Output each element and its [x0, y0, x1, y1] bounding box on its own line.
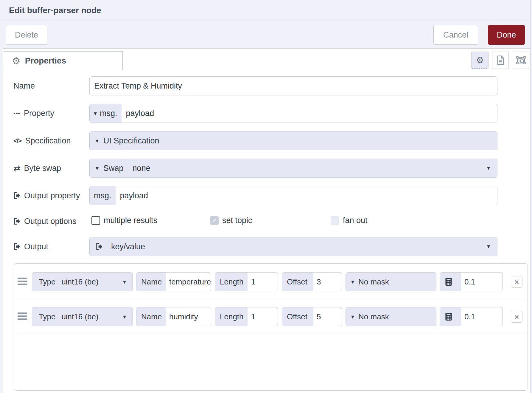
output-property-type: msg.: [90, 186, 116, 205]
edit-panel: ⚙ Properties ⚙ Na: [3, 49, 530, 393]
ellipsis-icon: •••: [13, 110, 20, 117]
byte-swap-label: ⇄ Byte swap: [13, 159, 88, 178]
sign-out-icon: [96, 243, 103, 250]
calculator-icon: [445, 312, 452, 321]
chevron-down-icon: ▾: [487, 243, 490, 249]
chevron-down-icon: ▾: [123, 279, 126, 285]
output-options-group: multiple results set topic fan out: [3, 212, 530, 231]
edit-description-button[interactable]: [492, 52, 509, 69]
byte-swap-select[interactable]: ▾ Swap none ▾: [89, 159, 497, 178]
item-name-input[interactable]: Name humidity: [136, 307, 211, 326]
chevron-down-icon: ▾: [351, 279, 354, 285]
item-mask-select[interactable]: ▾ No mask: [346, 307, 436, 326]
set-topic-option: set topic: [210, 216, 252, 225]
item-scale-value: 0.1: [461, 312, 475, 321]
item-name-input[interactable]: Name temperature: [136, 272, 211, 291]
item-offset-value: 3: [313, 277, 321, 287]
name-label: Name: [13, 76, 88, 95]
appearance-group-icon: [516, 55, 526, 65]
drag-handle-icon[interactable]: [18, 278, 27, 287]
item-length-value: 1: [248, 277, 255, 287]
chevron-down-icon: ▾: [94, 110, 97, 116]
specification-select[interactable]: ▾ UI Specification: [89, 131, 497, 150]
name-input[interactable]: Extract Temp & Humidity: [89, 76, 497, 95]
sign-out-icon: [13, 243, 21, 250]
name-value: Extract Temp & Humidity: [90, 77, 182, 95]
drag-handle-icon[interactable]: [18, 312, 27, 321]
item-type-select[interactable]: Type uint16 (be) ▾: [32, 307, 133, 326]
description-doc-icon: [497, 55, 504, 65]
item-length-input[interactable]: Length 1: [215, 272, 278, 291]
edit-node-dialog: Edit buffer-parser node Delete Cancel Do…: [3, 0, 531, 393]
output-property-label: Output property: [13, 186, 88, 205]
chevron-down-icon: ▾: [96, 138, 99, 144]
delete-button[interactable]: Delete: [6, 25, 47, 45]
item-scale-input[interactable]: 0.1: [440, 307, 503, 326]
cancel-button[interactable]: Cancel: [433, 25, 478, 45]
specification-value: UI Specification: [103, 136, 159, 146]
item-name-value: temperature: [166, 277, 211, 287]
set-topic-checkbox[interactable]: [210, 216, 219, 225]
swap-arrows-icon: ⇄: [13, 163, 20, 173]
property-label: ••• Property: [13, 104, 88, 123]
multiple-results-option: multiple results: [91, 216, 157, 225]
item-type-select[interactable]: Type uint16 (be) ▾: [32, 272, 133, 291]
close-icon: ×: [514, 278, 519, 286]
edit-appearance-button[interactable]: [513, 52, 529, 69]
byte-swap-prefix: Swap: [103, 164, 124, 173]
byte-swap-value: none: [133, 164, 150, 173]
tab-properties[interactable]: ⚙ Properties: [4, 51, 123, 70]
gear-icon: ⚙: [12, 56, 21, 66]
item-scale-value: 0.1: [461, 277, 475, 287]
output-value: key/value: [111, 242, 145, 251]
multiple-results-checkbox[interactable]: [91, 216, 100, 225]
chevron-down-icon: ▾: [123, 314, 126, 320]
dialog-header: Edit buffer-parser node: [3, 0, 530, 21]
dialog-title: Edit buffer-parser node: [9, 6, 101, 15]
chevron-down-icon: ▾: [487, 165, 490, 171]
sign-out-icon: [13, 192, 21, 199]
rules-list: Type uint16 (be) ▾ Name temperature Leng…: [14, 263, 528, 391]
calculator-icon: [445, 277, 452, 286]
remove-item-button[interactable]: ×: [511, 276, 522, 288]
fan-out-checkbox[interactable]: [331, 216, 339, 225]
dialog-action-bar: Delete Cancel Done: [3, 21, 530, 49]
fan-out-option: fan out: [331, 216, 368, 225]
property-value: payload: [122, 104, 154, 123]
specification-label: </> Specification: [13, 131, 88, 150]
edit-properties-button[interactable]: ⚙: [471, 52, 489, 69]
output-property-input[interactable]: msg. payload: [89, 186, 497, 205]
property-type-button[interactable]: ▾ msg.: [90, 104, 122, 123]
settings-gear-icon: ⚙: [476, 55, 484, 65]
rule-row-2: Type uint16 (be) ▾ Name humidity Length …: [14, 300, 528, 333]
item-offset-input[interactable]: Offset 3: [282, 272, 342, 291]
item-offset-value: 5: [313, 312, 321, 321]
rule-row-1: Type uint16 (be) ▾ Name temperature Leng…: [14, 264, 528, 300]
close-icon: ×: [514, 313, 519, 321]
chevron-down-icon: ▾: [96, 165, 99, 171]
item-length-input[interactable]: Length 1: [215, 307, 278, 326]
item-length-value: 1: [248, 312, 255, 321]
output-label: Output: [13, 237, 88, 256]
item-offset-input[interactable]: Offset 5: [282, 307, 342, 326]
done-button[interactable]: Done: [488, 25, 525, 45]
output-property-value: payload: [116, 186, 148, 205]
item-scale-input[interactable]: 0.1: [440, 272, 503, 291]
chevron-down-icon: ▾: [351, 314, 354, 320]
tab-properties-label: Properties: [25, 56, 66, 66]
item-mask-select[interactable]: ▾ No mask: [346, 272, 436, 291]
property-input[interactable]: ▾ msg. payload: [89, 104, 497, 123]
output-select[interactable]: key/value ▾: [89, 237, 497, 256]
remove-item-button[interactable]: ×: [511, 311, 522, 323]
code-icon: </>: [13, 137, 21, 144]
item-name-value: humidity: [166, 312, 198, 321]
